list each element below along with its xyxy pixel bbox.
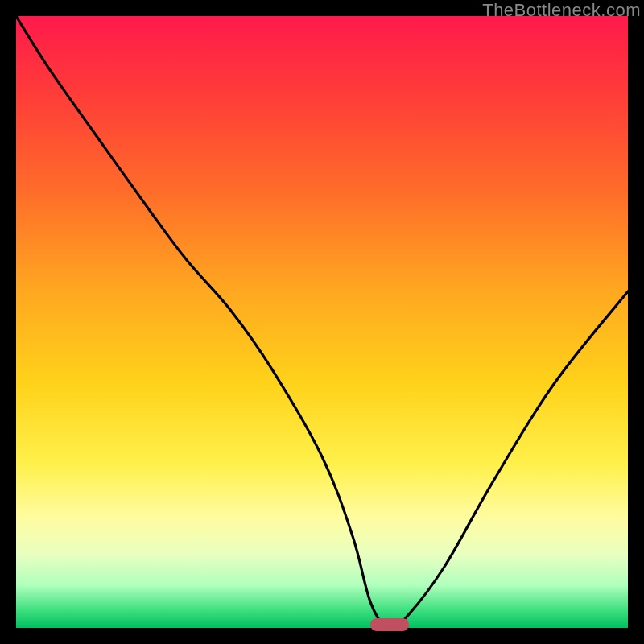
bottleneck-chart: TheBottleneck.com [0, 0, 644, 644]
curve-svg [16, 16, 628, 628]
optimal-marker [370, 618, 409, 631]
bottleneck-curve-path [16, 16, 628, 628]
plot-area [16, 16, 628, 628]
